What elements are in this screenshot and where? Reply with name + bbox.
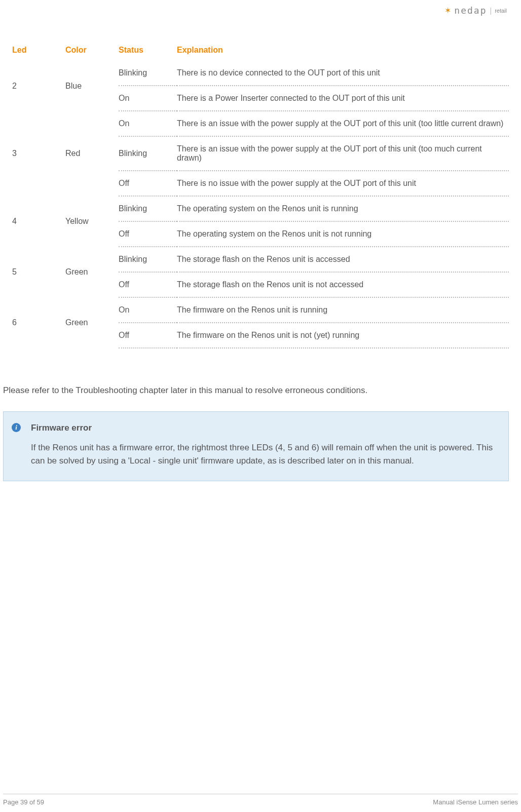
cell-color: Green — [65, 247, 119, 297]
cell-status: Blinking — [119, 61, 177, 86]
cell-led: 6 — [12, 297, 65, 348]
cell-color: Yellow — [65, 196, 119, 247]
footer-page: Page 39 of 59 — [3, 798, 44, 806]
table-row: 5GreenBlinkingThe storage flash on the R… — [12, 247, 509, 272]
info-icon: i — [12, 423, 21, 432]
table-row: 3RedOnThere is an issue with the power s… — [12, 111, 509, 136]
cell-led: 5 — [12, 247, 65, 297]
brand-suffix: retail — [495, 8, 507, 14]
footer-title: Manual iSense Lumen series — [433, 798, 518, 806]
header-led: Led — [12, 41, 65, 61]
cell-status: On — [119, 297, 177, 323]
table-row: 6GreenOnThe firmware on the Renos unit i… — [12, 297, 509, 323]
cell-explanation: There is an issue with the power supply … — [177, 136, 509, 171]
table-row: 2BlueBlinkingThere is no device connecte… — [12, 61, 509, 86]
info-body: If the Renos unit has a firmware error, … — [31, 441, 496, 468]
troubleshooting-note: Please refer to the Troubleshooting chap… — [3, 384, 509, 397]
page-content: Led Color Status Explanation 2BlueBlinki… — [12, 41, 509, 481]
table-header-row: Led Color Status Explanation — [12, 41, 509, 61]
cell-explanation: There is no issue with the power supply … — [177, 171, 509, 196]
page-footer: Page 39 of 59 Manual iSense Lumen series — [3, 794, 518, 806]
cell-status: Off — [119, 323, 177, 348]
star-icon: ✶ — [444, 7, 451, 15]
cell-explanation: There is a Power Inserter connected to t… — [177, 86, 509, 111]
info-title: Firmware error — [31, 423, 496, 433]
header-explanation: Explanation — [177, 41, 509, 61]
cell-explanation: The firmware on the Renos unit is not (y… — [177, 323, 509, 348]
cell-explanation: There is an issue with the power supply … — [177, 111, 509, 136]
logo-divider: | — [490, 7, 492, 15]
cell-status: On — [119, 86, 177, 111]
header-color: Color — [65, 41, 119, 61]
header-status: Status — [119, 41, 177, 61]
cell-color: Green — [65, 297, 119, 348]
cell-explanation: The firmware on the Renos unit is runnin… — [177, 297, 509, 323]
brand-logo: ✶ nedap | retail — [444, 5, 507, 16]
brand-name: nedap — [454, 5, 487, 16]
cell-status: Blinking — [119, 136, 177, 171]
led-status-table: Led Color Status Explanation 2BlueBlinki… — [12, 41, 509, 349]
cell-explanation: The operating system on the Renos unit i… — [177, 196, 509, 221]
table-row: 4YellowBlinkingThe operating system on t… — [12, 196, 509, 221]
cell-explanation: The storage flash on the Renos unit is a… — [177, 247, 509, 272]
cell-led: 2 — [12, 61, 65, 111]
info-box: i Firmware error If the Renos unit has a… — [3, 411, 509, 482]
cell-status: Off — [119, 221, 177, 247]
cell-status: On — [119, 111, 177, 136]
cell-status: Off — [119, 272, 177, 297]
cell-status: Off — [119, 171, 177, 196]
cell-explanation: The operating system on the Renos unit i… — [177, 221, 509, 247]
cell-status: Blinking — [119, 247, 177, 272]
cell-led: 3 — [12, 111, 65, 196]
cell-color: Blue — [65, 61, 119, 111]
cell-explanation: There is no device connected to the OUT … — [177, 61, 509, 86]
cell-explanation: The storage flash on the Renos unit is n… — [177, 272, 509, 297]
cell-led: 4 — [12, 196, 65, 247]
cell-status: Blinking — [119, 196, 177, 221]
cell-color: Red — [65, 111, 119, 196]
